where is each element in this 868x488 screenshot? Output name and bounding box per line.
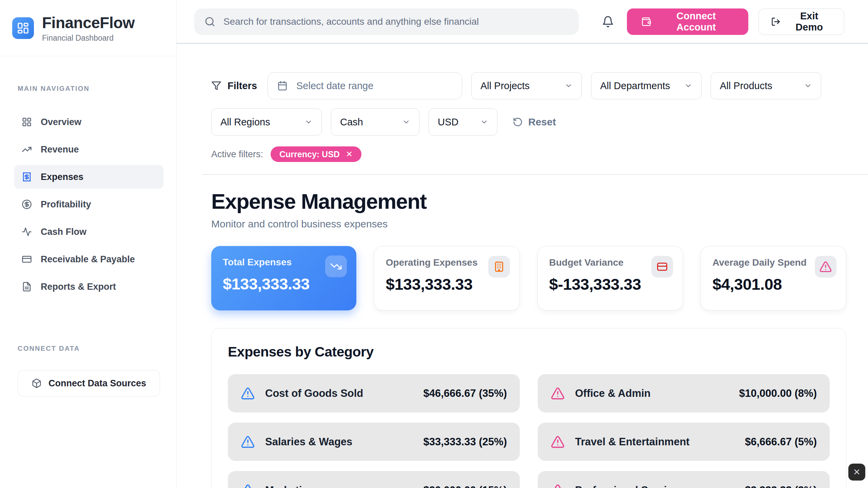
regions-select[interactable]: All Regions — [211, 108, 322, 136]
category-row-cost-of-goods-sold[interactable]: Cost of Goods Sold $46,666.67 (35%) — [228, 374, 520, 412]
logout-icon — [771, 17, 781, 27]
projects-select[interactable]: All Projects — [471, 72, 582, 99]
products-select-value: All Products — [720, 80, 772, 92]
stat-value: $-133,333.33 — [549, 275, 671, 293]
date-range-placeholder: Select date range — [296, 80, 373, 92]
sidebar-item-receivable-payable[interactable]: Receivable & Payable — [14, 247, 163, 271]
stat-card-budget-variance[interactable]: Budget Variance $-133,333.33 — [537, 246, 683, 310]
active-filters-row: Active filters: Currency: USD ✕ — [211, 146, 846, 162]
stat-value: $133,333.33 — [386, 275, 508, 293]
alert-triangle-icon — [241, 386, 255, 401]
stat-card-operating-expenses[interactable]: Operating Expenses $133,333.33 — [374, 246, 520, 310]
connect-data-sources-button[interactable]: Connect Data Sources — [18, 370, 160, 396]
departments-select[interactable]: All Departments — [591, 72, 702, 99]
active-filters-label: Active filters: — [211, 149, 263, 160]
brand-text: FinanceFlow Financial Dashboard — [42, 14, 135, 43]
products-select[interactable]: All Products — [711, 72, 821, 99]
sidebar-item-revenue[interactable]: Revenue — [14, 138, 163, 161]
stat-card-average-daily-spend[interactable]: Average Daily Spend $4,301.08 — [701, 246, 846, 310]
stat-icon-badge — [815, 256, 836, 278]
brand-tagline: Financial Dashboard — [42, 34, 135, 43]
global-search[interactable] — [194, 8, 579, 35]
panel-title: Expenses by Category — [228, 344, 830, 360]
layout-grid-icon — [22, 117, 32, 127]
topbar: Connect Account Exit Demo — [177, 0, 868, 44]
close-overlay-button[interactable]: ✕ — [848, 464, 865, 481]
chip-close-icon[interactable]: ✕ — [346, 149, 353, 159]
exit-demo-button[interactable]: Exit Demo — [758, 8, 844, 35]
sidebar-item-profitability[interactable]: Profitability — [14, 192, 163, 216]
section-divider — [202, 174, 868, 175]
search-icon — [204, 16, 215, 27]
alert-triangle-icon — [551, 386, 565, 401]
page-subtitle: Monitor and control business expenses — [211, 218, 846, 230]
main-navigation: Overview Revenue Expenses — [14, 110, 163, 299]
sidebar-item-overview[interactable]: Overview — [14, 110, 163, 134]
alert-triangle-icon — [241, 435, 255, 449]
stat-icon-badge — [325, 256, 347, 277]
wallet-icon — [641, 16, 651, 27]
sidebar-item-reports-export[interactable]: Reports & Export — [14, 275, 163, 299]
chip-label: Currency: USD — [279, 149, 340, 159]
reset-label: Reset — [528, 116, 556, 128]
category-row-marketing[interactable]: Marketing $20,000.00 (15%) — [228, 471, 520, 488]
bell-icon — [602, 16, 614, 28]
sidebar: FinanceFlow Financial Dashboard MAIN NAV… — [0, 0, 177, 488]
sidebar-item-cash-flow[interactable]: Cash Flow — [14, 220, 163, 244]
category-value: $10,000.00 (8%) — [739, 387, 817, 400]
stat-icon-badge — [488, 256, 510, 278]
connect-section-label: CONNECT DATA — [14, 345, 163, 352]
file-text-icon — [22, 282, 32, 292]
category-grid: Cost of Goods Sold $46,666.67 (35%) Offi… — [228, 374, 830, 488]
filters-label-text: Filters — [228, 80, 257, 92]
connect-account-label: Connect Account — [658, 11, 734, 33]
category-value: $3,333.33 (3%) — [745, 484, 817, 488]
reset-filters-button[interactable]: Reset — [513, 116, 556, 128]
category-row-office-admin[interactable]: Office & Admin $10,000.00 (8%) — [538, 374, 830, 412]
stat-card-total-expenses[interactable]: Total Expenses $133,333.33 — [211, 246, 356, 310]
payment-method-select[interactable]: Cash — [331, 108, 419, 136]
credit-card-icon — [656, 261, 668, 273]
active-filter-chip-currency[interactable]: Currency: USD ✕ — [271, 146, 361, 162]
sidebar-item-expenses[interactable]: Expenses — [14, 165, 163, 189]
building-icon — [493, 261, 505, 273]
receipt-icon — [22, 172, 32, 182]
chevron-down-icon — [804, 82, 812, 90]
trending-up-icon — [22, 144, 32, 155]
filters-row-1: Filters Select date range All Projects A… — [211, 72, 846, 99]
search-input[interactable] — [223, 16, 569, 27]
category-row-salaries-wages[interactable]: Salaries & Wages $33,333.33 (25%) — [228, 423, 520, 461]
sidebar-item-label: Overview — [41, 117, 81, 127]
brand-name: FinanceFlow — [42, 14, 135, 32]
alert-triangle-icon — [241, 483, 255, 488]
funnel-icon — [211, 81, 221, 91]
chevron-down-icon — [402, 118, 410, 126]
chevron-down-icon — [480, 118, 488, 126]
currency-select[interactable]: USD — [429, 108, 497, 136]
alert-triangle-icon — [551, 435, 565, 449]
activity-icon — [22, 227, 32, 237]
cube-icon — [32, 378, 42, 388]
alert-triangle-icon — [819, 260, 832, 273]
alert-triangle-icon — [551, 483, 565, 488]
stat-icon-badge — [651, 256, 673, 278]
chevron-down-icon — [684, 82, 692, 90]
category-name: Salaries & Wages — [265, 436, 413, 448]
regions-select-value: All Regions — [220, 117, 270, 128]
category-row-professional-services[interactable]: Professional Services $3,333.33 (3%) — [538, 471, 830, 488]
sidebar-item-label: Cash Flow — [41, 227, 86, 237]
rotate-ccw-icon — [513, 117, 523, 127]
category-value: $20,000.00 (15%) — [423, 484, 507, 488]
category-name: Cost of Goods Sold — [265, 387, 413, 400]
app-root: FinanceFlow Financial Dashboard MAIN NAV… — [0, 0, 868, 488]
category-row-travel-entertainment[interactable]: Travel & Entertainment $6,666.67 (5%) — [538, 423, 830, 461]
chevron-down-icon — [304, 118, 313, 126]
sidebar-item-label: Receivable & Payable — [41, 254, 135, 265]
payment-method-value: Cash — [340, 117, 363, 128]
chevron-down-icon — [565, 82, 573, 90]
filters-row-2: All Regions Cash USD — [211, 108, 846, 136]
notifications-button[interactable] — [599, 13, 617, 30]
connect-account-button[interactable]: Connect Account — [627, 8, 748, 35]
category-name: Marketing — [265, 484, 413, 488]
date-range-input[interactable]: Select date range — [268, 72, 462, 99]
